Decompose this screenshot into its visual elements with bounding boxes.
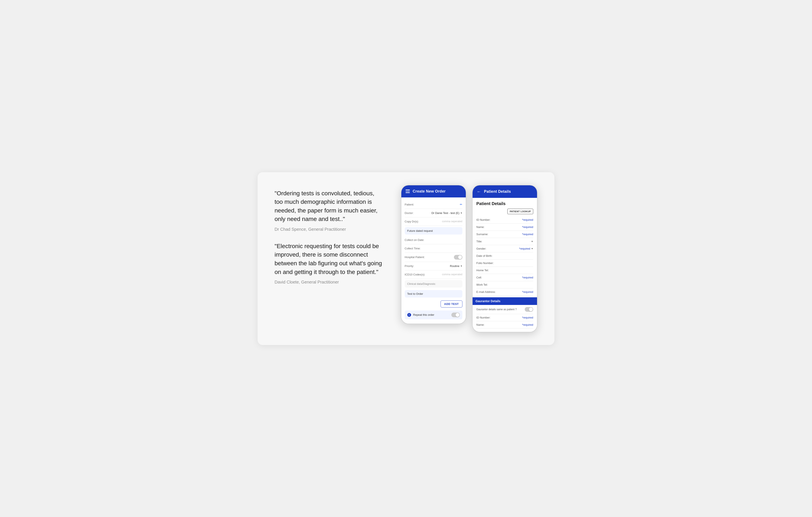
copy-dr-label: Copy Dr(s): bbox=[405, 220, 419, 223]
pd-name-field: Name: *required bbox=[476, 224, 533, 231]
test-to-order-section: Test to Order bbox=[405, 290, 462, 297]
pd-email-label: E-mail Address: bbox=[476, 290, 496, 293]
pd-gender-required: *required bbox=[519, 247, 530, 250]
pd-gender-arrow: ▼ bbox=[531, 248, 533, 250]
pd-folio-field: Folio Number: bbox=[476, 260, 533, 267]
collect-date-field[interactable]: Collect on Date: bbox=[405, 236, 462, 244]
quote-block-1: "Ordering tests is convoluted, tedious, … bbox=[274, 189, 384, 232]
edit-patient-icon[interactable]: ✏ bbox=[460, 203, 462, 206]
priority-field: Priority: Routine ▼ bbox=[405, 262, 462, 270]
pd-dob-label: Date of Birth: bbox=[476, 254, 493, 257]
guarantor-name-field: Name: *required bbox=[476, 321, 533, 328]
guarantor-section-header: Gaurantor Details bbox=[472, 297, 537, 305]
pd-gender-field: Gender: *required ▼ bbox=[476, 245, 533, 252]
back-icon[interactable]: ← bbox=[477, 189, 481, 194]
hospital-patient-field: Hospital Patient: bbox=[405, 253, 462, 262]
quote-block-2: "Electronic requesting for tests could b… bbox=[274, 242, 384, 285]
create-order-phone: Create New Order Patient: ✏ Doctor: Dr D… bbox=[401, 185, 466, 324]
repeat-order-row: i Repeat this order bbox=[405, 311, 462, 319]
add-test-button[interactable]: ADD TEST bbox=[440, 300, 462, 308]
pd-id-field: ID Number: *required bbox=[476, 216, 533, 224]
pd-folio-label: Folio Number: bbox=[476, 261, 494, 265]
pd-title-label: Title: bbox=[476, 240, 482, 243]
quotes-section: "Ordering tests is convoluted, tedious, … bbox=[274, 185, 384, 285]
patient-details-body: Patient Details PATIENT LOOKUP ID Number… bbox=[472, 198, 537, 332]
pd-cell-field: Cell: *required bbox=[476, 274, 533, 281]
quote-text-1: "Ordering tests is convoluted, tedious, … bbox=[274, 189, 384, 224]
pd-gender-dropdown[interactable]: *required ▼ bbox=[519, 247, 533, 250]
doctor-value[interactable]: Dr Danie Test - test (E) ▼ bbox=[431, 211, 462, 214]
priority-dropdown-arrow: ▼ bbox=[460, 265, 462, 267]
pd-name-required[interactable]: *required bbox=[522, 225, 533, 229]
guarantor-id-label: ID Number: bbox=[476, 316, 490, 319]
pd-cell-label: Cell: bbox=[476, 276, 482, 279]
guarantor-name-required[interactable]: *required bbox=[522, 323, 533, 326]
quote-text-2: "Electronic requesting for tests could b… bbox=[274, 242, 384, 276]
guarantor-id-required[interactable]: *required bbox=[522, 316, 533, 319]
patient-details-header: ← Patient Details bbox=[472, 185, 537, 198]
pd-worktel-field: Work Tel: bbox=[476, 281, 533, 288]
page-container: "Ordering tests is convoluted, tedious, … bbox=[258, 172, 554, 345]
collect-time-field[interactable]: Collect Time: bbox=[405, 244, 462, 253]
pd-title-field: Title: ▼ bbox=[476, 238, 533, 245]
pd-email-required[interactable]: *required bbox=[522, 290, 533, 293]
collect-date-label: Collect on Date: bbox=[405, 238, 425, 241]
patient-label: Patient: bbox=[405, 203, 414, 206]
pd-hometel-label: Home Tel: bbox=[476, 269, 489, 272]
hamburger-icon[interactable] bbox=[406, 190, 410, 193]
patient-details-title: Patient Details bbox=[484, 190, 511, 194]
copy-dr-placeholder[interactable]: comma seperated bbox=[442, 220, 462, 223]
pd-worktel-label: Work Tel: bbox=[476, 283, 488, 286]
future-dated-section: Future dated request bbox=[405, 227, 462, 234]
pd-hometel-field: Home Tel: bbox=[476, 267, 533, 274]
priority-value[interactable]: Routine ▼ bbox=[450, 264, 462, 268]
patient-lookup-button[interactable]: PATIENT LOOKUP bbox=[508, 209, 533, 214]
collect-time-label: Collect Time: bbox=[405, 247, 420, 250]
pd-title-arrow: ▼ bbox=[531, 240, 533, 242]
guarantor-same-row: Gaurantor details same as patient ? bbox=[476, 305, 533, 314]
clinical-data-section[interactable]: Clinical data/Diagnosis: bbox=[405, 280, 462, 288]
guarantor-name-label: Name: bbox=[476, 323, 485, 326]
patient-details-phone: ← Patient Details Patient Details PATIEN… bbox=[472, 185, 538, 332]
pd-name-label: Name: bbox=[476, 225, 485, 229]
icd10-field: ICD10 Codes(s): comma seperated bbox=[405, 270, 462, 279]
icd10-placeholder[interactable]: comma seperated bbox=[442, 273, 462, 276]
hospital-patient-toggle[interactable] bbox=[454, 255, 462, 260]
quote-author-1: Dr Chad Spence, General Practitioner bbox=[274, 227, 384, 232]
create-order-title: Create New Order bbox=[413, 189, 446, 194]
copy-dr-field: Copy Dr(s): comma seperated bbox=[405, 218, 462, 226]
quote-author-2: David Cloete, General Practitioner bbox=[274, 280, 384, 285]
doctor-dropdown-arrow: ▼ bbox=[460, 212, 462, 214]
guarantor-same-label: Gaurantor details same as patient ? bbox=[476, 308, 517, 311]
pd-page-title: Patient Details bbox=[476, 201, 533, 206]
doctor-label: Doctor: bbox=[405, 211, 414, 214]
icd10-label: ICD10 Codes(s): bbox=[405, 273, 425, 276]
create-order-header: Create New Order bbox=[401, 185, 466, 197]
pd-id-label: ID Number: bbox=[476, 218, 490, 221]
phones-section: Create New Order Patient: ✏ Doctor: Dr D… bbox=[401, 185, 538, 332]
pd-surname-field: Surname: *required bbox=[476, 231, 533, 238]
info-icon: i bbox=[407, 313, 411, 317]
repeat-order-label: Repeat this order bbox=[413, 313, 449, 316]
pd-title-dropdown[interactable]: ▼ bbox=[531, 240, 533, 242]
priority-label: Priority: bbox=[405, 264, 414, 268]
guarantor-id-field: ID Number: *required bbox=[476, 314, 533, 321]
pd-cell-required[interactable]: *required bbox=[522, 276, 533, 279]
pd-dob-field: Date of Birth: bbox=[476, 252, 533, 260]
pd-id-required[interactable]: *required bbox=[522, 218, 533, 221]
guarantor-same-toggle[interactable] bbox=[525, 307, 533, 312]
pd-surname-required[interactable]: *required bbox=[522, 233, 533, 236]
create-order-body: Patient: ✏ Doctor: Dr Danie Test - test … bbox=[401, 197, 466, 324]
patient-field: Patient: ✏ bbox=[405, 200, 462, 209]
pd-surname-label: Surname: bbox=[476, 233, 488, 236]
pd-gender-label: Gender: bbox=[476, 247, 486, 250]
repeat-order-toggle[interactable] bbox=[452, 313, 460, 317]
hospital-patient-label: Hospital Patient: bbox=[405, 256, 425, 259]
pd-email-field: E-mail Address: *required bbox=[476, 288, 533, 296]
doctor-field: Doctor: Dr Danie Test - test (E) ▼ bbox=[405, 209, 462, 218]
